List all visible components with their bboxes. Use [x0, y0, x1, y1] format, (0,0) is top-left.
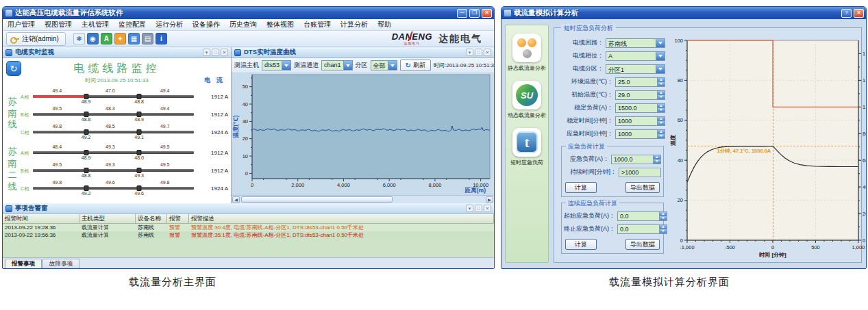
scroll-left-icon[interactable]: ◀: [232, 196, 240, 203]
chevron-down-icon[interactable]: [656, 52, 665, 60]
spinner-field[interactable]: 25.0: [615, 77, 665, 87]
column-header[interactable]: 报警时间: [3, 214, 79, 223]
logout-button[interactable]: 注销(admin): [6, 32, 66, 46]
chevron-down-icon[interactable]: [656, 39, 665, 47]
spinner-field[interactable]: 1000: [615, 116, 665, 126]
menu-item[interactable]: 主机管理: [77, 19, 114, 30]
panel-pin-button[interactable]: ▾: [466, 49, 473, 56]
spinner-buttons[interactable]: [657, 91, 665, 99]
table-row[interactable]: 2013-09-22 19:28:36载流量计算苏南线预警预警温度:30.4度,…: [3, 224, 494, 231]
spinner-field[interactable]: 1000.0: [611, 155, 661, 164]
menu-item[interactable]: 整体视图: [262, 19, 299, 30]
alarm-level: 预警: [167, 224, 189, 231]
table-row[interactable]: 2013-09-22 19:56:36载流量计算苏南线报警报警温度:35.1度,…: [3, 231, 494, 239]
panel-close-button[interactable]: ✕: [221, 49, 228, 56]
column-header[interactable]: 设备名称: [136, 214, 167, 223]
text-field[interactable]: >1000: [619, 168, 661, 177]
spinner-buttons[interactable]: [657, 117, 665, 125]
horizontal-scrollbar[interactable]: ◀ ▶: [232, 195, 494, 203]
report-icon[interactable]: ▤: [142, 33, 153, 44]
spinner-field[interactable]: 1500.0: [615, 103, 665, 113]
panel-maximize-button[interactable]: □: [212, 49, 219, 56]
grid-icon[interactable]: ▦: [128, 33, 140, 44]
caption-right: 载流量模拟计算分析界面: [567, 276, 772, 289]
spinner-field[interactable]: 1000: [615, 129, 665, 139]
spinner-buttons[interactable]: [657, 130, 665, 138]
spinner-buttons[interactable]: [659, 225, 667, 233]
sidebar-item[interactable]: t短时应急负荷: [510, 128, 543, 166]
panel-maximize-button[interactable]: □: [475, 49, 482, 56]
sidebar-item[interactable]: SU动态载流量分析: [508, 81, 546, 119]
spinner-buttons[interactable]: [659, 212, 667, 220]
cable-bar[interactable]: [33, 151, 194, 154]
export-data-button[interactable]: 导出数据: [625, 239, 660, 250]
column-header[interactable]: 报警: [167, 214, 189, 223]
svg-text:50: 50: [243, 83, 248, 90]
spinner-buttons[interactable]: [657, 104, 665, 112]
restore-button[interactable]: ❐: [469, 9, 480, 18]
chevron-down-icon[interactable]: [343, 61, 352, 70]
snowflake-icon[interactable]: ✱: [73, 33, 85, 44]
info-icon[interactable]: i: [156, 33, 167, 44]
channel-select[interactable]: chan1: [321, 60, 353, 70]
titlebar[interactable]: 载流量模拟计算分析 ? ✕: [501, 7, 866, 19]
spinner-field[interactable]: 29.0: [615, 90, 665, 100]
hand-icon[interactable]: ✦: [114, 33, 126, 44]
panel-pin-button[interactable]: ▾: [203, 49, 210, 56]
menu-item[interactable]: 设备操作: [188, 19, 225, 30]
minimize-button[interactable]: ─: [457, 9, 467, 18]
panel-pin-button[interactable]: ▾: [466, 205, 473, 212]
monitor-icon[interactable]: A: [101, 33, 112, 44]
spinner-buttons[interactable]: [657, 78, 665, 86]
menu-item[interactable]: 监控配置: [114, 19, 151, 30]
panel-maximize-button[interactable]: □: [475, 205, 482, 212]
menu-item[interactable]: 用户管理: [3, 19, 40, 30]
export-data-button[interactable]: 导出数据: [625, 182, 660, 193]
tab-报警事项[interactable]: 报警事项: [5, 259, 42, 268]
scrollbar-thumb[interactable]: [241, 196, 393, 203]
alarm-description: 报警温度:35.1度, 电缆:苏南线-A相-分区1, DTS:dts53-cha…: [189, 231, 494, 239]
refresh-button[interactable]: ↻ 刷新: [400, 60, 431, 71]
menu-item[interactable]: 历史查询: [225, 19, 262, 30]
dropdown-field[interactable]: 苏南线: [606, 38, 665, 48]
spinner-buttons[interactable]: [653, 155, 660, 164]
close-button[interactable]: ✕: [854, 9, 864, 18]
refresh-icon-button[interactable]: ↻: [6, 61, 21, 76]
chevron-down-icon[interactable]: [282, 61, 290, 70]
close-button[interactable]: ✕: [482, 9, 492, 18]
menu-item[interactable]: 运行分析: [151, 19, 188, 30]
globe-icon[interactable]: ◉: [87, 33, 99, 44]
menu-item[interactable]: 帮助: [373, 19, 396, 30]
panel-close-button[interactable]: ✕: [484, 205, 491, 212]
cable-bar[interactable]: [33, 113, 194, 116]
chevron-down-icon[interactable]: [388, 61, 397, 70]
chevron-down-icon[interactable]: [656, 65, 665, 73]
zone-select[interactable]: 全部: [371, 60, 397, 70]
cable-bar[interactable]: [33, 169, 194, 172]
menu-item[interactable]: 视图管理: [40, 19, 77, 30]
dropdown-field[interactable]: 分区1: [606, 64, 665, 74]
spinner-field[interactable]: 0.0: [617, 211, 667, 221]
svg-text:1,000: 1,000: [863, 104, 867, 110]
dropdown-field[interactable]: A: [606, 51, 665, 61]
column-header[interactable]: 报警描述: [189, 214, 494, 223]
menu-item[interactable]: 台账管理: [299, 19, 336, 30]
cable-bar[interactable]: [33, 131, 194, 133]
calculate-button[interactable]: 计算: [565, 239, 597, 250]
spinner-field[interactable]: 0.0: [617, 224, 667, 234]
scroll-right-icon[interactable]: ▶: [486, 196, 493, 203]
svg-text:6,000: 6,000: [383, 182, 396, 188]
column-header[interactable]: 主机类型: [79, 214, 136, 223]
cable-bar[interactable]: [33, 187, 194, 190]
sidebar-item[interactable]: 静态载流量分析: [508, 34, 546, 72]
calculate-button[interactable]: 计算: [565, 182, 597, 193]
host-select[interactable]: dts53: [262, 60, 291, 70]
svg-text:距离(m): 距离(m): [464, 187, 486, 194]
tab-故障事项[interactable]: 故障事项: [42, 259, 79, 268]
panel-close-button[interactable]: ✕: [484, 49, 491, 56]
temperature-value: 49.5: [52, 106, 62, 111]
help-button[interactable]: ?: [841, 9, 852, 18]
titlebar[interactable]: 达能高压电缆载流量评估系统软件 ─ ❐ ✕: [3, 7, 494, 19]
field-label: 应急负荷(A)：: [564, 155, 609, 164]
menu-item[interactable]: 计算分析: [336, 19, 373, 30]
